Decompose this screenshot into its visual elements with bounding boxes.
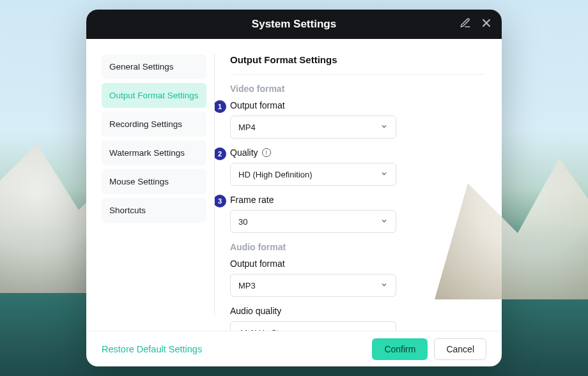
field-quality: 2 Quality ! HD (High Definition) [230,147,484,186]
select-value: HD (High Definition) [238,170,313,179]
step-badge-1: 1 [215,100,226,113]
chevron-down-icon [380,170,388,179]
sidebar-item-label: Recording Settings [109,119,182,129]
chevron-down-icon [380,217,388,227]
video-section-label: Video format [230,84,484,94]
info-icon[interactable]: ! [262,148,271,157]
sidebar-item-label: Output Format Settings [109,91,199,100]
field-label: Output format [230,100,484,110]
field-label: Frame rate [230,195,484,205]
confirm-button[interactable]: Confirm [372,338,428,360]
step-badge-3: 3 [215,195,226,207]
field-audio-output-format: Output format MP3 [230,259,484,297]
video-output-format-select[interactable]: MP4 [230,116,396,139]
sidebar-item-output-format[interactable]: Output Format Settings [102,83,206,108]
titlebar-actions [460,10,493,39]
close-icon[interactable] [480,17,493,33]
edit-icon[interactable] [460,17,471,32]
field-frame-rate: 3 Frame rate 30 [230,195,484,233]
sidebar-item-general[interactable]: General Settings [102,54,206,79]
select-value: 44.1kHz,Stereo [238,328,296,331]
footer-actions: Confirm Cancel [372,338,486,360]
select-value: 30 [238,217,247,227]
cancel-button[interactable]: Cancel [434,338,486,360]
quality-select[interactable]: HD (High Definition) [230,163,396,186]
audio-section-label: Audio format [230,242,484,252]
titlebar: System Settings [86,10,502,39]
field-audio-quality: Audio quality 44.1kHz,Stereo [230,306,484,331]
footer: Restore Default Settings Confirm Cancel [86,331,502,366]
field-label: Quality ! [230,147,484,158]
sidebar: General Settings Output Format Settings … [86,39,214,331]
chevron-down-icon [380,281,388,290]
sidebar-item-label: Watermark Settings [109,148,185,158]
restore-defaults-link[interactable]: Restore Default Settings [102,344,202,354]
settings-window: System Settings General Settings Output … [86,10,502,366]
field-video-output-format: 1 Output format MP4 [230,100,484,139]
window-body: General Settings Output Format Settings … [86,39,502,331]
select-value: MP3 [238,281,256,290]
window-title: System Settings [252,18,336,31]
sidebar-item-label: Shortcuts [109,206,146,215]
frame-rate-select[interactable]: 30 [230,210,396,233]
sidebar-item-label: Mouse Settings [109,177,169,186]
main-panel: Output Format Settings Video format 1 Ou… [215,39,502,331]
chevron-down-icon [380,328,388,331]
audio-quality-select[interactable]: 44.1kHz,Stereo [230,321,396,331]
field-label: Output format [230,259,484,269]
sidebar-item-watermark[interactable]: Watermark Settings [102,140,206,165]
sidebar-item-recording[interactable]: Recording Settings [102,112,206,137]
sidebar-item-label: General Settings [109,62,174,71]
select-value: MP4 [238,123,256,132]
field-label: Audio quality [230,306,484,316]
chevron-down-icon [380,123,388,132]
page-title: Output Format Settings [230,54,484,75]
step-badge-2: 2 [215,147,226,160]
audio-output-format-select[interactable]: MP3 [230,274,396,297]
sidebar-item-mouse[interactable]: Mouse Settings [102,169,206,194]
sidebar-item-shortcuts[interactable]: Shortcuts [102,198,206,223]
